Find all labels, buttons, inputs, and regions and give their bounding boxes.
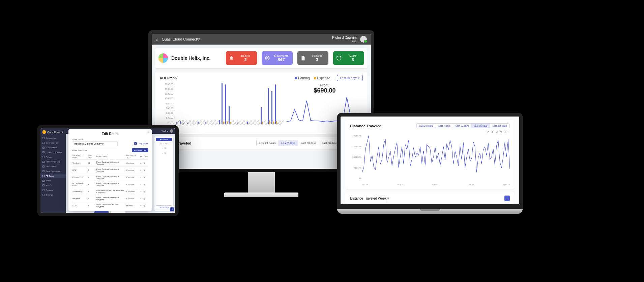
copy-icon[interactable]: ⧉ — [140, 190, 142, 193]
range-chip[interactable]: Last 365 days — [156, 205, 172, 209]
legend-earning: Earning — [295, 76, 310, 80]
roi-chart-card: ROI Graph Earning Expense Last 30 days ▾… — [155, 72, 368, 134]
svg-rect-0 — [230, 57, 233, 60]
sidebar-item[interactable]: Charging Stations — [40, 150, 66, 155]
trash-icon[interactable]: 🗑 — [143, 162, 146, 164]
scroll-top-button[interactable]: ↑ — [504, 196, 510, 201]
svg-point-4 — [265, 56, 269, 60]
sidebar-item[interactable]: Movements Log — [40, 159, 66, 164]
trash-icon[interactable]: 🗑 — [143, 176, 146, 178]
copy-icon[interactable]: ⧉ — [140, 198, 142, 200]
laptop-device: Distance Traveled Last 24 hoursLast 7 da… — [337, 113, 523, 214]
distance-line-chart: 2024.57 ft1568.50 ft1012.34 ft506.17 ft0… — [350, 135, 510, 185]
svg-point-1 — [231, 58, 231, 58]
sidebar-item[interactable]: Environments — [40, 140, 66, 145]
profit-value: $690.00 — [287, 87, 363, 94]
range-tab[interactable]: Last 30 days — [298, 140, 319, 146]
user-menu[interactable]: Richard Dawkins user — [332, 36, 357, 43]
range-tabs: Last 24 hoursLast 7 daysLast 30 daysLast… — [416, 123, 510, 128]
dashboard-header: Double Helix, Inc. Robots2 Movements847 … — [155, 48, 368, 68]
trash-icon[interactable]: 🗑 — [164, 147, 166, 150]
range-tab[interactable]: Last 30 days — [453, 124, 471, 128]
copy-icon[interactable]: ⧉ — [140, 176, 142, 178]
range-tab[interactable]: Last 24 hours — [257, 140, 278, 146]
table-row: Mid point0Press Continue for the next Wa… — [72, 195, 148, 202]
route-name-input[interactable] — [72, 141, 118, 146]
trash-icon[interactable]: 🗑 — [143, 198, 146, 200]
stat-robots[interactable]: Robots2 — [226, 51, 257, 65]
sidebar-item[interactable]: All Tasks — [40, 174, 66, 178]
nav-icon — [42, 170, 45, 172]
range-tab[interactable]: Last 90 days — [471, 124, 490, 128]
user-role: user — [332, 40, 357, 43]
range-tab[interactable]: Last 365 days — [490, 124, 509, 128]
trash-icon[interactable]: 🗑 — [164, 152, 166, 155]
copy-icon[interactable]: ⧉ — [162, 147, 163, 150]
app-topbar: ⌂ Quasi Cloud Connect® Richard Dawkins u… — [152, 34, 371, 45]
sidebar-item[interactable]: Settings — [40, 193, 66, 197]
nav-icon — [42, 142, 45, 144]
legend-expense: Expense — [314, 76, 330, 80]
sidebar-item[interactable]: Task Templates — [40, 169, 66, 174]
add-route-button[interactable]: Add Route — [156, 138, 172, 141]
discard-button[interactable]: Discard — [111, 211, 126, 213]
refresh-icon[interactable]: ⟳ — [487, 130, 489, 133]
copy-icon[interactable]: ⧉ — [162, 152, 163, 155]
sidebar-item[interactable]: Workspaces — [40, 145, 66, 150]
range-tab[interactable]: Last 24 hours — [416, 124, 436, 128]
nav-icon — [42, 180, 45, 182]
company-name: Double Helix, Inc. — [171, 55, 211, 61]
home-icon[interactable]: ⌂ — [156, 37, 158, 42]
copy-icon[interactable]: ⧉ — [140, 183, 142, 185]
brand-logo-icon — [42, 130, 46, 134]
add-waypoint-button[interactable]: Add Waypoint — [132, 148, 148, 152]
stat-reports[interactable]: Reports3 — [297, 51, 328, 65]
trash-icon[interactable]: 🗑 — [143, 183, 146, 185]
roi-title: ROI Graph — [160, 76, 291, 80]
sidebar-item[interactable]: Reports — [40, 188, 66, 193]
svg-rect-3 — [231, 56, 232, 57]
sidebar-item[interactable]: Audits — [40, 183, 66, 188]
loop-route-checkbox[interactable]: Loop Route — [134, 142, 148, 145]
weekly-title: Distance Traveled Weekly — [350, 197, 504, 200]
user-name: Richard Dawkins — [332, 36, 357, 40]
sidebar-item[interactable]: Robots — [40, 155, 66, 159]
home-icon[interactable]: ⌂ — [504, 130, 506, 133]
copy-icon[interactable]: ⧉ — [140, 205, 142, 207]
distance-card-desktop: Distance Traveled Last 24 hoursLast 7 da… — [155, 137, 368, 149]
stat-movements[interactable]: Movements847 — [262, 51, 293, 65]
trash-icon[interactable]: 🗑 — [143, 190, 146, 193]
distance-title: Distance Traveled — [350, 124, 416, 128]
tablet-user-name: Vivek L — [161, 130, 168, 132]
right-panel: Add Route ACTIONS ⧉ 🗑 ⧉ 🗑 Last 365 days — [154, 136, 173, 211]
help-fab[interactable]: ? — [170, 207, 174, 211]
sidebar-item[interactable]: Tasks — [40, 178, 66, 183]
shield-icon — [336, 55, 342, 61]
trash-icon[interactable]: 🗑 — [143, 169, 146, 171]
search-icon[interactable]: ⊕ — [491, 130, 494, 133]
range-select[interactable]: Last 30 days ▾ — [337, 75, 363, 81]
nav-icon — [42, 156, 45, 158]
stat-audits[interactable]: Audits3 — [333, 51, 364, 65]
close-icon[interactable]: ✕ — [147, 131, 150, 134]
trash-icon[interactable]: 🗑 — [143, 205, 146, 207]
range-tab[interactable]: Last 7 days — [279, 140, 298, 146]
avatar[interactable] — [360, 36, 367, 43]
roi-bar-chart: $160.00$140.00$120.00$100.00$80.00$60.00… — [160, 83, 282, 130]
nav-icon — [42, 175, 45, 177]
copy-icon[interactable]: ⧉ — [140, 162, 142, 164]
sidebar-item[interactable]: Service Log — [40, 164, 66, 169]
zoom-icon[interactable]: ⊖ — [496, 130, 498, 133]
range-tab[interactable]: Last 7 days — [436, 124, 453, 128]
svg-point-5 — [267, 57, 268, 59]
range-tab[interactable]: Last 90 days — [319, 140, 340, 146]
distance-weekly-card: Distance Traveled Weekly ↑ — [345, 192, 515, 204]
pan-icon[interactable]: ✥ — [500, 130, 502, 133]
table-row: RD assembly room0Press Continue for the … — [72, 181, 148, 188]
distance-card-laptop: Distance Traveled Last 24 hoursLast 7 da… — [345, 120, 515, 189]
submit-button[interactable]: Submit — [94, 211, 109, 213]
menu-icon[interactable]: ≡ — [508, 130, 510, 133]
copy-icon[interactable]: ⧉ — [140, 169, 142, 171]
sidebar-item[interactable]: Companies — [40, 136, 66, 140]
avatar[interactable] — [170, 129, 173, 133]
